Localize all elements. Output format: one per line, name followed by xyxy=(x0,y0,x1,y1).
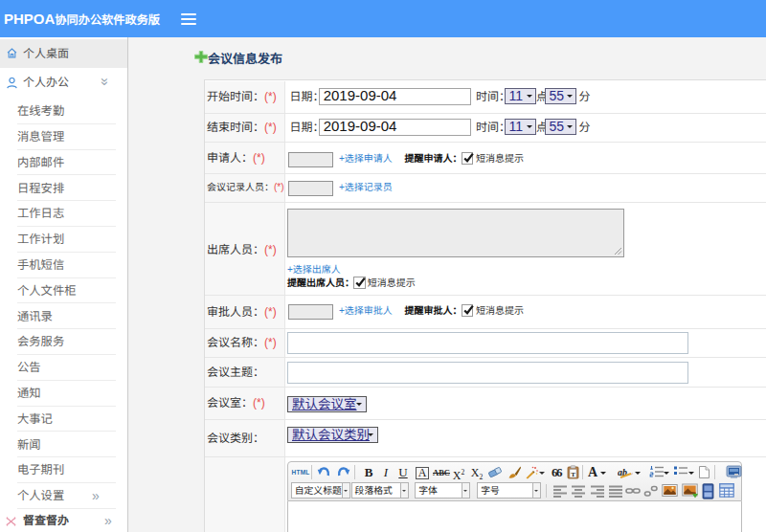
svg-text:T: T xyxy=(571,471,575,478)
